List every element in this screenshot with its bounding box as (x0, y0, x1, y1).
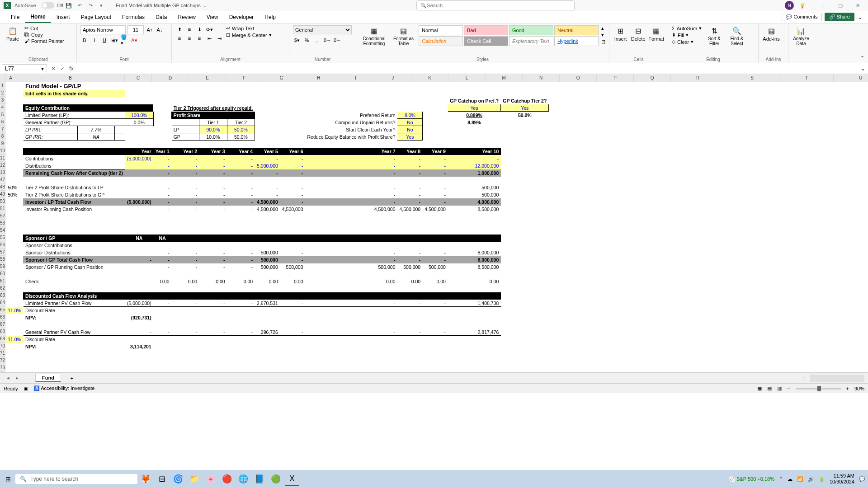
fill-button[interactable]: ⬇Fill▾ (672, 32, 702, 38)
tray-volume-icon[interactable]: 🔊 (808, 476, 814, 482)
cut-button[interactable]: ✂Cut (24, 25, 64, 31)
wrap-text-button[interactable]: ↩Wrap Text (226, 25, 272, 31)
filename-dropdown-icon[interactable]: ⌄ (203, 3, 207, 9)
analyze-data-button[interactable]: 📊Analyze Data (792, 25, 810, 46)
style-normal[interactable]: Normal (419, 25, 463, 35)
enter-formula-icon[interactable]: ✓ (58, 66, 67, 72)
insert-cells-button[interactable]: ⊞Insert (613, 25, 628, 42)
taskbar-app-3[interactable]: 📘 (252, 472, 267, 486)
font-size-select[interactable] (127, 25, 144, 34)
fill-color-button[interactable]: 🪣▾ (120, 36, 128, 44)
align-top-icon[interactable]: ⬆ (175, 25, 184, 33)
taskbar-app-4[interactable]: 🟢 (269, 472, 283, 486)
orientation-icon[interactable]: ⟳▾ (205, 25, 213, 33)
sheet-tab-fund[interactable]: Fund (35, 374, 61, 382)
delete-cells-button[interactable]: ⊟Delete (631, 25, 646, 42)
close-button[interactable]: ✕ (851, 3, 864, 9)
align-middle-icon[interactable]: ≡ (185, 25, 193, 33)
zoom-out-icon[interactable]: − (787, 386, 790, 391)
view-normal-icon[interactable]: ▦ (757, 385, 762, 391)
taskbar-opera[interactable]: 🔴 (220, 472, 234, 486)
cancel-formula-icon[interactable]: ✕ (49, 66, 58, 72)
find-select-button[interactable]: 🔍Find & Select (727, 25, 747, 46)
style-neutral[interactable]: Neutral (554, 25, 599, 35)
number-format-select[interactable]: General (293, 25, 352, 34)
tab-insert[interactable]: Insert (51, 11, 75, 23)
horizontal-scrollbar[interactable] (810, 375, 864, 382)
notifications-icon[interactable]: 💬 (859, 476, 865, 482)
font-name-select[interactable] (80, 25, 126, 34)
tray-battery-icon[interactable]: 🔋 (819, 476, 825, 482)
align-right-icon[interactable]: ≡ (195, 34, 203, 42)
underline-button[interactable]: U (100, 36, 108, 44)
search-input[interactable] (427, 3, 571, 8)
tab-data[interactable]: Data (150, 11, 172, 23)
style-explanatory[interactable]: Explanatory Text (509, 36, 553, 46)
expand-formula-bar-icon[interactable]: ⌄ (861, 66, 865, 72)
start-button[interactable]: ⊞ (3, 475, 14, 483)
maximize-button[interactable]: ▢ (834, 3, 847, 9)
share-button[interactable]: 🔗 Share (825, 13, 854, 21)
sort-filter-button[interactable]: ⇅Sort & Filter (704, 25, 724, 46)
sheet-tab-menu-icon[interactable]: ⋮ (802, 375, 807, 381)
addins-button[interactable]: ▦Add-ins (762, 25, 780, 42)
format-cells-button[interactable]: ▦Format (648, 25, 664, 42)
search-box[interactable]: 🔍 (416, 0, 575, 10)
zoom-slider[interactable] (796, 388, 841, 389)
collapse-ribbon-icon[interactable]: ⌃ (860, 55, 864, 61)
autosum-button[interactable]: ΣAutoSum▾ (672, 25, 702, 31)
percent-format-icon[interactable]: % (303, 36, 311, 44)
taskbar-excel[interactable]: X (285, 472, 299, 486)
tray-onedrive-icon[interactable]: ☁ (788, 476, 793, 482)
borders-button[interactable]: ⊞▾ (110, 36, 118, 44)
tray-wifi-icon[interactable]: 📶 (797, 476, 803, 482)
comma-format-icon[interactable]: , (313, 36, 321, 44)
view-page-layout-icon[interactable]: ▤ (767, 385, 772, 391)
tab-home[interactable]: Home (25, 11, 51, 23)
taskbar-app-1[interactable]: 🦊 (138, 472, 153, 486)
tab-help[interactable]: Help (259, 11, 281, 23)
align-left-icon[interactable]: ≡ (175, 34, 184, 42)
copy-button[interactable]: ⿻Copy (24, 32, 64, 38)
fx-icon[interactable]: fx (67, 66, 76, 72)
name-box[interactable]: L77▾ (2, 64, 47, 73)
style-hyperlink[interactable]: Hyperlink (554, 36, 599, 46)
taskbar-app-2[interactable]: 🌸 (203, 472, 218, 486)
tab-pagelayout[interactable]: Page Layout (75, 11, 117, 23)
undo-icon[interactable]: ↶ (75, 3, 84, 9)
taskbar-clock[interactable]: 11:59 AM 10/30/2024 (830, 473, 854, 485)
sheet-content[interactable]: Fund Model - GP/LPEdit cells in this sha… (5, 82, 868, 372)
bold-button[interactable]: B (80, 36, 89, 44)
zoom-in-icon[interactable]: + (846, 386, 849, 391)
font-color-button[interactable]: A▾ (130, 36, 138, 44)
comments-button[interactable]: 💬 Comments (782, 13, 821, 21)
increase-font-icon[interactable]: A↑ (146, 26, 154, 34)
tab-view[interactable]: View (201, 11, 224, 23)
paste-button[interactable]: 📋 Paste (4, 25, 22, 42)
qat-customize-icon[interactable]: ▾ (97, 3, 106, 9)
autosave-toggle[interactable] (42, 2, 54, 9)
styles-more-icon[interactable]: ⊡ (601, 39, 605, 45)
tab-review[interactable]: Review (172, 11, 201, 23)
ribbon-options-icon[interactable]: ⌄ (858, 14, 863, 20)
redo-icon[interactable]: ↷ (86, 3, 95, 9)
decrease-indent-icon[interactable]: ⇤ (205, 34, 213, 42)
merge-center-button[interactable]: ⊟Merge & Center▾ (226, 32, 272, 38)
row-headers[interactable]: 1234567891011121347484950515253545556575… (0, 74, 5, 372)
taskbar-chrome[interactable]: 🌐 (236, 472, 250, 486)
decrease-font-icon[interactable]: A↓ (156, 26, 164, 34)
taskbar-copilot[interactable]: 🌀 (171, 472, 185, 486)
minimize-button[interactable]: – (816, 3, 830, 9)
tab-file[interactable]: File (5, 11, 25, 23)
style-calculation[interactable]: Calculation (419, 36, 463, 46)
align-center-icon[interactable]: ≡ (185, 34, 193, 42)
taskbar-explorer[interactable]: 📁 (187, 472, 202, 486)
italic-button[interactable]: I (90, 36, 99, 44)
view-page-break-icon[interactable]: ▥ (777, 385, 782, 391)
taskbar-search[interactable]: 🔍Type here to search (15, 474, 137, 484)
zoom-level[interactable]: 90% (854, 386, 864, 391)
coming-soon-icon[interactable]: 💡 (799, 3, 806, 9)
filename[interactable]: Fund Model with Multiple GP catchups (116, 3, 201, 8)
stock-widget[interactable]: 📈 S&P 500 +0.18% (729, 476, 774, 482)
add-sheet-button[interactable]: + (66, 375, 77, 381)
